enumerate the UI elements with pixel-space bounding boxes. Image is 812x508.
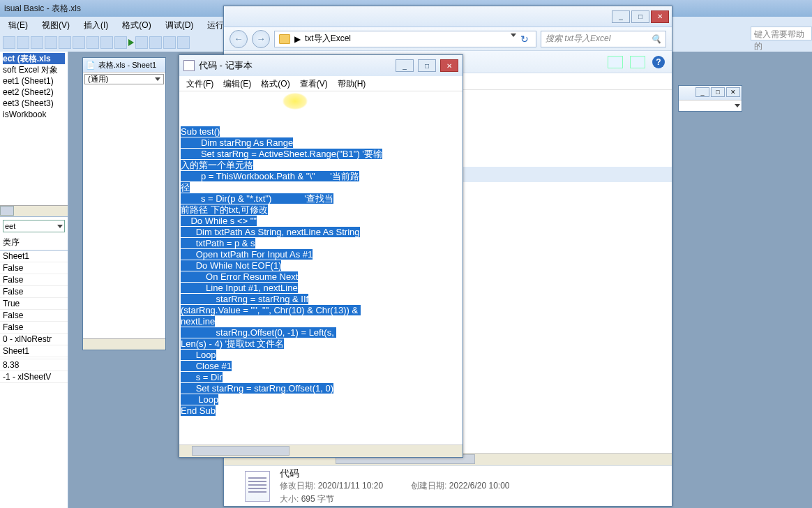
details-mod: 2020/11/11 10:20 xyxy=(318,481,383,491)
nav-back-button[interactable]: ← xyxy=(230,30,248,48)
folder-icon xyxy=(279,34,290,44)
tb-btn[interactable] xyxy=(149,36,162,49)
tb-btn[interactable] xyxy=(73,36,85,49)
notepad-menubar[interactable]: 文件(F) 编辑(E) 格式(O) 查看(V) 帮助(H) xyxy=(179,76,463,91)
prop-row[interactable]: False xyxy=(0,310,68,322)
search-input[interactable]: 搜索 txt导入Excel 🔍 xyxy=(541,31,666,47)
notepad-textarea[interactable]: Sub test() Dim starRng As Range Set star… xyxy=(179,91,463,444)
prop-row[interactable]: -1 - xlSheetV xyxy=(0,371,68,383)
code-object-combo[interactable]: (通用) xyxy=(84,74,164,84)
menu-help[interactable]: 帮助(H) xyxy=(333,77,370,89)
prop-row[interactable]: Sheet1 xyxy=(0,345,68,357)
details-pane: 代码 修改日期: 2020/11/11 10:20 创建日期: 2022/6/2… xyxy=(224,465,672,506)
menu-view[interactable]: 视图(V) xyxy=(36,18,75,32)
maximize-button[interactable]: □ xyxy=(418,59,436,72)
notepad-hscroll[interactable] xyxy=(179,444,463,457)
tb-btn[interactable] xyxy=(45,36,57,49)
details-size-label: 大小: xyxy=(280,494,299,504)
tb-btn[interactable] xyxy=(87,36,99,49)
menu-edit[interactable]: 辑(E) xyxy=(3,18,33,32)
project-pane: ect (表格.xls soft Excel 对象 eet1 (Sheet1) … xyxy=(0,52,68,508)
scroll-thumb[interactable] xyxy=(192,446,290,456)
notepad-title: 代码 - 记事本 xyxy=(199,59,391,72)
notepad-icon xyxy=(183,60,195,71)
maximize-button[interactable]: □ xyxy=(711,87,725,97)
search-icon: 🔍 xyxy=(651,34,661,44)
prop-row[interactable]: False xyxy=(0,286,68,298)
help-search-input[interactable]: 键入需要帮助的 xyxy=(751,27,812,40)
code-window-title: 表格.xls - Sheet1 xyxy=(98,60,156,70)
prop-row[interactable]: False xyxy=(0,262,68,274)
code-window[interactable]: 📄表格.xls - Sheet1 (通用) xyxy=(82,57,166,350)
tree-hscroll[interactable] xyxy=(0,205,68,216)
prop-row[interactable]: Sheet1 xyxy=(0,251,68,262)
close-button[interactable]: ✕ xyxy=(651,10,669,23)
tree-item[interactable]: isWorkbook xyxy=(3,109,65,120)
menu-view[interactable]: 查看(V) xyxy=(296,77,332,89)
code-editor-area[interactable] xyxy=(83,86,165,338)
prop-object-combo[interactable]: eet xyxy=(3,220,65,232)
close-button[interactable]: ✕ xyxy=(440,59,458,72)
tree-item[interactable]: eet3 (Sheet3) xyxy=(3,98,65,109)
menu-insert[interactable]: 插入(I) xyxy=(78,18,114,32)
breadcrumb-sep: ▶ xyxy=(294,34,301,44)
tb-btn[interactable] xyxy=(163,36,176,49)
prop-tab[interactable]: 类序 xyxy=(0,235,68,251)
prop-row[interactable]: False xyxy=(0,322,68,334)
details-mod-label: 修改日期: xyxy=(280,481,315,491)
prop-row[interactable]: True xyxy=(0,298,68,310)
preview-pane-button[interactable] xyxy=(630,56,645,68)
code-hscroll[interactable] xyxy=(83,338,165,350)
chevron-down-icon xyxy=(57,225,63,228)
tb-btn[interactable] xyxy=(17,36,29,49)
minimize-button[interactable]: _ xyxy=(612,10,630,23)
nav-forward-button[interactable]: → xyxy=(252,30,270,48)
properties-grid[interactable]: Sheet1FalseFalseFalseTrueFalseFalse0 - x… xyxy=(0,251,68,383)
refresh-icon[interactable]: ↻ xyxy=(518,33,532,45)
code-window-icon: 📄 xyxy=(86,61,96,70)
run-icon[interactable] xyxy=(128,39,134,46)
project-tree[interactable]: ect (表格.xls soft Excel 对象 eet1 (Sheet1) … xyxy=(0,52,68,205)
tb-btn[interactable] xyxy=(135,36,148,49)
tree-item[interactable]: eet2 (Sheet2) xyxy=(3,87,65,98)
file-icon xyxy=(245,471,270,502)
menu-file[interactable]: 文件(F) xyxy=(182,77,218,89)
menu-edit[interactable]: 编辑(E) xyxy=(219,77,255,89)
minimize-button[interactable]: _ xyxy=(396,59,414,72)
tree-item[interactable]: eet1 (Sheet1) xyxy=(3,75,65,87)
view-mode-button[interactable] xyxy=(608,56,623,68)
help-icon[interactable]: ? xyxy=(652,56,665,68)
tb-btn[interactable] xyxy=(3,36,15,49)
tb-btn[interactable] xyxy=(100,36,113,49)
minimize-button[interactable]: _ xyxy=(696,87,709,97)
prop-row[interactable]: 0 - xlNoRestr xyxy=(0,334,68,345)
prop-row[interactable]: False xyxy=(0,274,68,286)
details-size: 695 字节 xyxy=(301,494,334,504)
chevron-down-icon[interactable] xyxy=(735,104,740,107)
scroll-thumb[interactable] xyxy=(0,206,14,216)
secondary-window: _ □ ✕ xyxy=(678,85,742,112)
details-created: 2022/6/20 10:00 xyxy=(449,481,510,491)
explorer-titlebar[interactable]: _ □ ✕ xyxy=(224,6,672,27)
breadcrumb-item[interactable]: txt导入Excel xyxy=(305,33,351,45)
address-field[interactable]: ▶ txt导入Excel ↻ xyxy=(274,31,536,47)
tree-item[interactable]: soft Excel 对象 xyxy=(3,64,65,75)
tb-btn[interactable] xyxy=(31,36,43,49)
details-created-label: 创建日期: xyxy=(411,481,446,491)
explorer-address-bar: ← → ▶ txt导入Excel ↻ 搜索 txt导入Excel 🔍 xyxy=(224,27,672,51)
chevron-down-icon[interactable] xyxy=(511,33,516,37)
maximize-button[interactable]: □ xyxy=(631,10,649,23)
tb-btn[interactable] xyxy=(177,36,190,49)
tb-btn[interactable] xyxy=(59,36,71,49)
tb-btn[interactable] xyxy=(114,36,127,49)
menu-debug[interactable]: 调试(D) xyxy=(160,18,200,32)
menu-format[interactable]: 格式(O) xyxy=(116,18,156,32)
details-filename: 代码 xyxy=(280,468,510,480)
close-button[interactable]: ✕ xyxy=(726,87,740,97)
menu-format[interactable]: 格式(O) xyxy=(257,77,294,89)
prop-row[interactable]: 8.38 xyxy=(0,359,68,371)
notepad-titlebar[interactable]: 代码 - 记事本 _ □ ✕ xyxy=(179,55,463,76)
tree-root[interactable]: ect (表格.xls xyxy=(3,53,65,64)
chevron-down-icon xyxy=(155,77,160,81)
search-placeholder: 搜索 txt导入Excel xyxy=(546,33,610,45)
